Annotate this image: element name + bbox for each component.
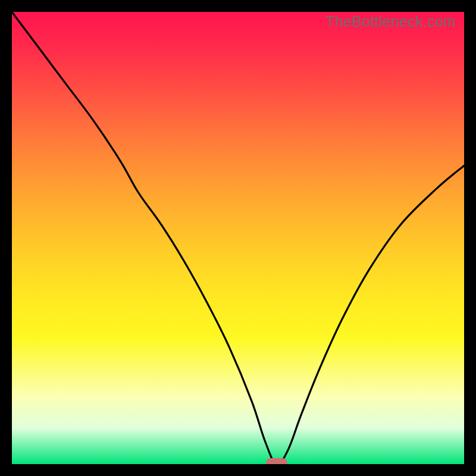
bottleneck-curve <box>12 12 464 464</box>
chart-frame: TheBottleneck.com <box>0 0 476 476</box>
plot-area: TheBottleneck.com <box>12 12 464 464</box>
minimum-marker <box>266 458 287 464</box>
